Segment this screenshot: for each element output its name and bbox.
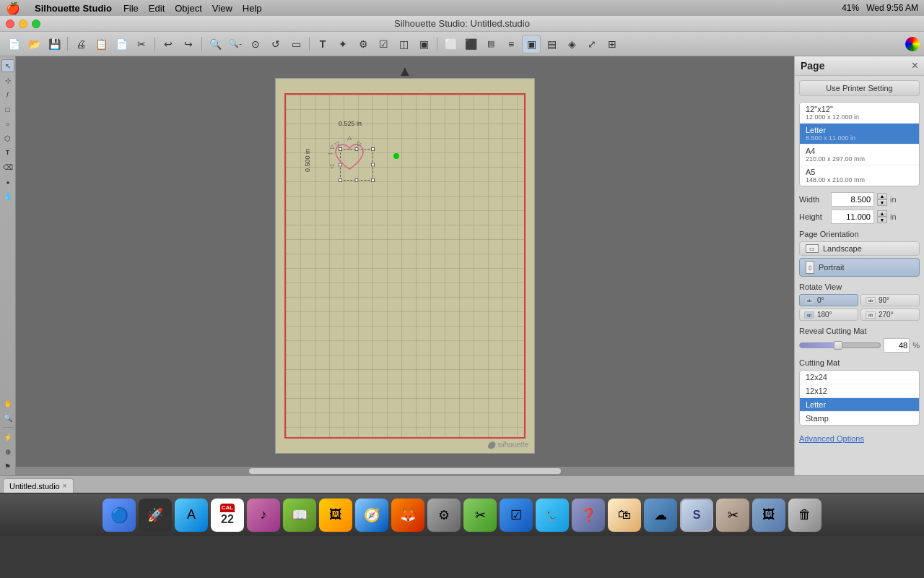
dock-scissors[interactable]: ✂ [716, 499, 749, 532]
handle-mr[interactable] [371, 163, 375, 167]
menu-object[interactable]: Object [175, 3, 202, 14]
horizontal-scrollbar[interactable] [16, 467, 794, 475]
toolbar-print2[interactable]: 📋 [92, 35, 110, 53]
maximize-button[interactable] [32, 20, 40, 28]
advanced-options-link[interactable]: Advanced Options [799, 433, 864, 444]
tool-ellipse[interactable]: ○ [1, 117, 14, 130]
toolbar-zoom-fit[interactable]: ⊙ [246, 35, 265, 53]
toolbar-redo[interactable]: ↪ [179, 35, 198, 53]
apple-menu[interactable]: 🍎 [6, 1, 20, 15]
landscape-btn[interactable]: ▭ Landscape [799, 241, 920, 256]
toolbar-print[interactable]: 🖨 [71, 35, 90, 53]
height-up[interactable]: ▲ [877, 210, 887, 217]
width-input[interactable] [831, 192, 874, 207]
toolbar-fill[interactable]: ⚙ [354, 35, 372, 53]
toolbar-align[interactable]: ◫ [394, 35, 413, 53]
cm-stamp[interactable]: Stamp [800, 412, 919, 425]
tool-polygon[interactable]: ⬡ [1, 131, 14, 144]
heart-container[interactable]: 0.525 in 0.500 in △ [326, 134, 383, 185]
toolbar-zoom-in[interactable]: 🔍 [206, 35, 225, 53]
dock-finder[interactable]: 🔵 [103, 499, 136, 532]
handle-bm[interactable] [355, 178, 359, 182]
tool-pan[interactable]: ✋ [1, 397, 14, 410]
menu-view[interactable]: View [212, 3, 232, 14]
toolbar-expand[interactable]: ⤢ [583, 35, 601, 53]
handle-br[interactable] [371, 178, 375, 182]
height-input[interactable] [831, 210, 874, 224]
toolbar-zoom-sel[interactable]: ↺ [266, 35, 285, 53]
toolbar-page[interactable]: ⬜ [441, 35, 460, 53]
toolbar-new[interactable]: 📄 [4, 35, 23, 53]
tool-rect[interactable]: □ [1, 103, 14, 116]
scroll-thumb[interactable] [249, 468, 560, 474]
rotate-180[interactable]: qp 180° [799, 309, 858, 321]
rotate-270[interactable]: ab 270° [860, 309, 920, 321]
toolbar-grid[interactable]: ≡ [502, 35, 520, 53]
menu-file[interactable]: File [123, 3, 139, 14]
toolbar-stroke[interactable]: ☑ [374, 35, 393, 53]
page-size-a4[interactable]: A4 210.00 x 297.00 mm [800, 144, 919, 165]
portrait-btn[interactable]: ▯ Portrait [799, 258, 920, 277]
dock-trash[interactable]: 🗑 [788, 499, 821, 532]
width-down[interactable]: ▼ [877, 199, 887, 206]
cm-12x12[interactable]: 12x12 [800, 384, 919, 398]
toolbar-shape[interactable]: ✦ [334, 35, 352, 53]
toolbar-text[interactable]: T [313, 35, 332, 53]
toolbar-view1[interactable]: ▣ [522, 35, 541, 53]
cm-12x24[interactable]: 12x24 [800, 371, 919, 384]
dock-twitter[interactable]: 🐦 [536, 499, 569, 532]
dock-music[interactable]: ♪ [247, 499, 280, 532]
dock-silhouette-studio[interactable]: S [680, 499, 713, 532]
width-up[interactable]: ▲ [877, 193, 887, 199]
tool-flag[interactable]: ⚑ [1, 460, 14, 473]
printer-btn[interactable]: Use Printer Setting [799, 80, 920, 96]
toolbar-replicate[interactable]: ▣ [414, 35, 433, 53]
rotate-0[interactable]: ab 0° [799, 294, 858, 306]
dock-calendar[interactable]: CAL 22 [211, 499, 244, 532]
toolbar-grid2[interactable]: ⊞ [603, 35, 622, 53]
dock-firefox[interactable]: 🦊 [391, 499, 424, 532]
tool-node[interactable]: ⊹ [1, 74, 14, 87]
rotate-90[interactable]: ab 90° [860, 294, 920, 306]
toolbar-view3[interactable]: ◈ [562, 35, 581, 53]
tool-text[interactable]: T [1, 146, 14, 159]
tab-untitled[interactable]: Untitled.studio × [3, 478, 74, 493]
tab-close-btn[interactable]: × [63, 482, 67, 490]
page-size-letter[interactable]: Letter 8.500 x 11.000 in [800, 124, 919, 144]
tool-eraser[interactable]: ⌫ [1, 160, 14, 173]
toolbar-library[interactable]: ▤ [481, 35, 500, 53]
menu-edit[interactable]: Edit [149, 3, 165, 14]
canvas-scroll[interactable]: ▲ 0.525 in 0.500 in △ [16, 56, 794, 475]
dock-silhouette[interactable]: ✂ [463, 499, 497, 532]
color-picker[interactable] [905, 37, 920, 51]
tool-register[interactable]: ⊕ [1, 445, 14, 458]
dock-sysprefs[interactable]: ⚙ [427, 499, 461, 532]
toolbar-cut-action[interactable]: ▭ [287, 35, 305, 53]
toolbar-open[interactable]: 📂 [25, 35, 43, 53]
tool-zoom[interactable]: 🔍 [1, 411, 14, 424]
tool-pencil[interactable]: / [1, 88, 14, 101]
dock-preview[interactable]: 🖼 [752, 499, 785, 532]
tool-knife[interactable]: ⚡ [1, 431, 14, 444]
dock-help[interactable]: ❓ [572, 499, 605, 532]
dock-launchpad[interactable]: 🚀 [139, 499, 172, 532]
minimize-button[interactable] [19, 20, 27, 28]
dock-safari[interactable]: 🧭 [355, 499, 388, 532]
tool-select[interactable]: ↖ [1, 59, 14, 72]
height-down[interactable]: ▼ [877, 217, 887, 223]
page-size-a5[interactable]: A5 148.00 x 210.00 mm [800, 165, 919, 186]
toolbar-view2[interactable]: ▤ [542, 35, 561, 53]
toolbar-save[interactable]: 💾 [45, 35, 64, 53]
toolbar-cut[interactable]: ✂ [132, 35, 151, 53]
tool-fill[interactable]: ⬥ [1, 175, 14, 188]
dock-ibooks[interactable]: 📖 [283, 499, 316, 532]
slider-thumb[interactable] [834, 341, 842, 350]
cm-letter[interactable]: Letter [800, 398, 919, 412]
page-size-12x12[interactable]: 12"x12" 12.000 x 12.000 in [800, 103, 919, 124]
dock-photos[interactable]: 🖼 [319, 499, 352, 532]
panel-close-btn[interactable]: × [912, 59, 918, 72]
reveal-value-input[interactable] [884, 338, 910, 353]
dock-appstore[interactable]: A [175, 499, 208, 532]
handle-bl[interactable] [339, 178, 342, 182]
menu-help[interactable]: Help [243, 3, 262, 14]
